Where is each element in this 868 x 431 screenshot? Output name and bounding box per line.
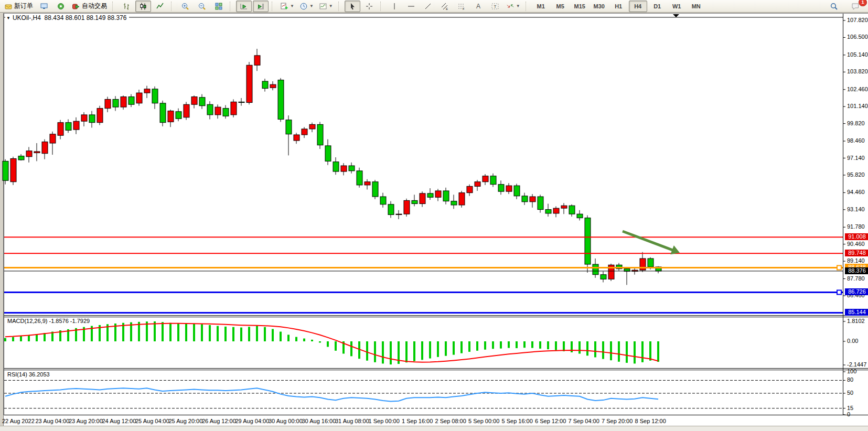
- candle[interactable]: [191, 97, 197, 105]
- timeframe-m1-button[interactable]: M1: [532, 1, 550, 12]
- timeframe-w1-button[interactable]: W1: [668, 1, 686, 12]
- candle[interactable]: [475, 182, 480, 187]
- candle[interactable]: [530, 197, 535, 202]
- candle[interactable]: [317, 124, 323, 145]
- horizontal-line-button[interactable]: [403, 1, 419, 12]
- candle[interactable]: [81, 115, 87, 121]
- candle[interactable]: [396, 214, 402, 214]
- chevron-down-icon[interactable]: ▼: [329, 4, 333, 8]
- candle[interactable]: [553, 208, 559, 213]
- market-watch-button[interactable]: [36, 1, 52, 12]
- zoom-in-button[interactable]: [177, 1, 193, 12]
- candle[interactable]: [451, 201, 457, 205]
- new-chart-button[interactable]: ▼: [278, 1, 296, 12]
- candle[interactable]: [648, 258, 653, 267]
- text-label-button[interactable]: T: [487, 1, 503, 12]
- candle[interactable]: [223, 109, 229, 116]
- candle[interactable]: [160, 103, 166, 123]
- candle[interactable]: [58, 123, 63, 136]
- candle[interactable]: [325, 146, 331, 161]
- candle[interactable]: [577, 214, 583, 218]
- fibonacci-button[interactable]: F: [454, 1, 469, 12]
- candle[interactable]: [294, 135, 299, 141]
- auto-scroll-button[interactable]: [236, 1, 252, 12]
- candle[interactable]: [372, 182, 378, 197]
- candle[interactable]: [113, 99, 119, 107]
- new-order-button[interactable]: 新订单: [2, 1, 35, 12]
- candle[interactable]: [34, 152, 40, 153]
- chart-shift-button[interactable]: [253, 1, 269, 12]
- candle[interactable]: [215, 107, 221, 115]
- candle[interactable]: [26, 151, 32, 157]
- timeframe-h1-button[interactable]: H1: [609, 1, 628, 12]
- candle[interactable]: [18, 156, 24, 160]
- candle[interactable]: [168, 111, 174, 122]
- candle[interactable]: [50, 134, 56, 143]
- candle[interactable]: [247, 65, 252, 102]
- hline-handle[interactable]: [837, 265, 841, 270]
- timeframe-m15-button[interactable]: M15: [571, 1, 589, 12]
- candle[interactable]: [601, 275, 606, 279]
- candle[interactable]: [349, 166, 355, 171]
- candle[interactable]: [459, 193, 465, 205]
- candle[interactable]: [184, 104, 189, 117]
- bar-chart-button[interactable]: [119, 1, 134, 12]
- timeframe-mn-button[interactable]: MN: [687, 1, 705, 12]
- tile-windows-button[interactable]: [211, 1, 227, 12]
- candle[interactable]: [89, 115, 95, 123]
- candle[interactable]: [270, 84, 276, 88]
- candle[interactable]: [420, 193, 425, 204]
- candle[interactable]: [585, 218, 591, 264]
- candle[interactable]: [561, 206, 567, 208]
- candle[interactable]: [593, 264, 598, 275]
- candle[interactable]: [443, 191, 449, 201]
- candle[interactable]: [42, 142, 48, 154]
- candlestick-chart-button[interactable]: [135, 1, 151, 12]
- chevron-down-icon[interactable]: ▼: [516, 4, 520, 8]
- candle[interactable]: [302, 129, 307, 135]
- line-chart-button[interactable]: [152, 1, 168, 12]
- candle[interactable]: [435, 191, 441, 197]
- candle[interactable]: [490, 176, 496, 185]
- cursor-button[interactable]: [345, 1, 360, 12]
- candle[interactable]: [199, 98, 205, 106]
- chart-shift-marker[interactable]: [673, 14, 679, 17]
- candle[interactable]: [412, 200, 417, 203]
- candle[interactable]: [467, 186, 473, 192]
- indicators-button[interactable]: ▼: [317, 1, 335, 12]
- candle[interactable]: [388, 204, 394, 215]
- candle[interactable]: [538, 197, 543, 210]
- auto-trading-button[interactable]: 自动交易: [70, 1, 109, 12]
- search-button[interactable]: [826, 1, 842, 12]
- trendline-button[interactable]: [420, 1, 436, 12]
- candle[interactable]: [522, 196, 528, 202]
- candle[interactable]: [136, 93, 142, 103]
- candle[interactable]: [357, 171, 362, 185]
- candle[interactable]: [262, 81, 268, 89]
- candle[interactable]: [404, 200, 410, 214]
- candle[interactable]: [506, 186, 512, 191]
- zoom-out-button[interactable]: [194, 1, 210, 12]
- candle[interactable]: [278, 80, 284, 120]
- candle[interactable]: [128, 97, 134, 105]
- chevron-down-icon[interactable]: ▼: [290, 4, 294, 8]
- candle[interactable]: [254, 56, 260, 65]
- profiles-button[interactable]: ▼: [297, 1, 316, 12]
- timeframe-m30-button[interactable]: M30: [590, 1, 608, 12]
- candle[interactable]: [545, 210, 551, 213]
- crosshair-button[interactable]: [361, 1, 377, 12]
- trend-arrow-annotation[interactable]: [623, 231, 675, 251]
- candle[interactable]: [144, 89, 150, 93]
- candle[interactable]: [333, 162, 339, 171]
- candle[interactable]: [66, 123, 71, 131]
- candle[interactable]: [152, 89, 158, 103]
- candle[interactable]: [3, 161, 8, 180]
- text-button[interactable]: A: [470, 1, 486, 12]
- timeframe-d1-button[interactable]: D1: [648, 1, 667, 12]
- candle[interactable]: [514, 186, 520, 196]
- candle[interactable]: [427, 193, 433, 197]
- candle[interactable]: [498, 185, 504, 192]
- candle[interactable]: [231, 102, 237, 115]
- vertical-line-button[interactable]: [387, 1, 402, 12]
- candle[interactable]: [309, 124, 315, 129]
